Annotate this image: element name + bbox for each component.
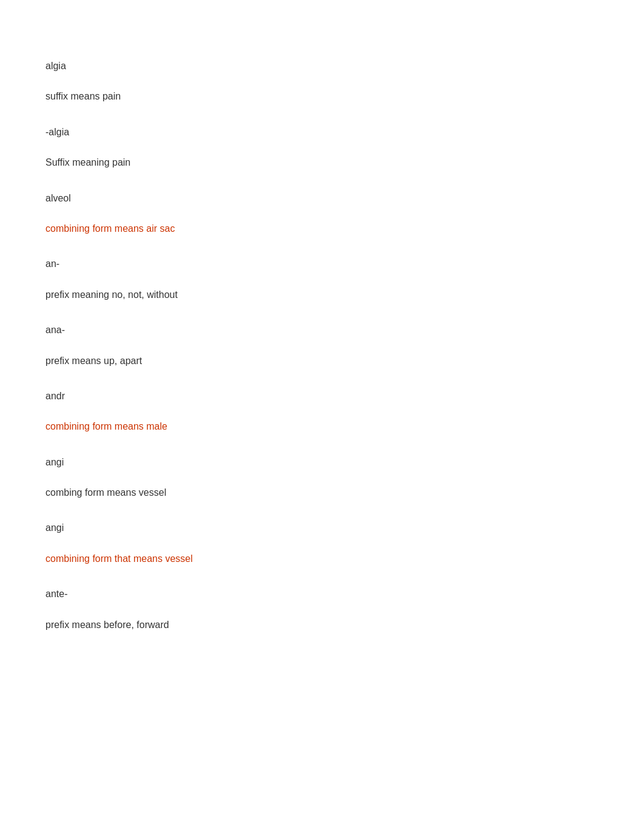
term-text: -algia: [45, 115, 599, 147]
definition-text: combining form means air sac: [45, 214, 599, 246]
list-item: ante-prefix means before, forward: [45, 576, 599, 643]
term-text: angi: [45, 510, 599, 543]
definition-text: suffix means pain: [45, 81, 599, 114]
definition-text: prefix meaning no, not, without: [45, 280, 599, 313]
list-item: algiasuffix means pain: [45, 49, 599, 115]
list-item: ana-prefix means up, apart: [45, 313, 599, 379]
term-text: algia: [45, 49, 599, 81]
list-item: angicombing form means vessel: [45, 445, 599, 511]
definition-text: prefix means up, apart: [45, 346, 599, 379]
list-item: -algiaSuffix meaning pain: [45, 115, 599, 181]
entries-list: algiasuffix means pain-algiaSuffix meani…: [45, 49, 599, 643]
term-text: ante-: [45, 576, 599, 609]
term-text: alveol: [45, 181, 599, 214]
list-item: alveolcombining form means air sac: [45, 181, 599, 247]
term-text: angi: [45, 445, 599, 478]
term-text: an-: [45, 246, 599, 279]
definition-text: prefix means before, forward: [45, 610, 599, 643]
list-item: an-prefix meaning no, not, without: [45, 246, 599, 313]
term-text: ana-: [45, 313, 599, 345]
definition-text: combing form means vessel: [45, 478, 599, 510]
definition-text: combining form that means vessel: [45, 544, 599, 576]
definition-text: Suffix meaning pain: [45, 147, 599, 180]
definition-text: combining form means male: [45, 411, 599, 444]
main-content: algiasuffix means pain-algiaSuffix meani…: [0, 0, 644, 691]
list-item: andrcombining form means male: [45, 379, 599, 445]
term-text: andr: [45, 379, 599, 411]
list-item: angicombining form that means vessel: [45, 510, 599, 576]
